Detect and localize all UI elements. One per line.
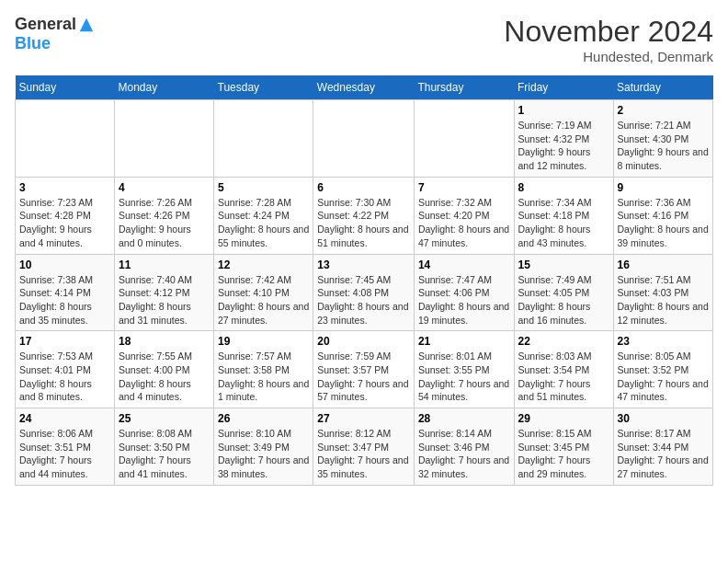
location-subtitle: Hundested, Denmark [504, 49, 713, 64]
day-number: 22 [518, 335, 609, 348]
calendar-cell-w3-d6: 15Sunrise: 7:49 AM Sunset: 4:05 PM Dayli… [514, 254, 613, 331]
calendar-cell-w1-d5 [414, 100, 514, 178]
calendar-cell-w4-d6: 22Sunrise: 8:03 AM Sunset: 3:54 PM Dayli… [514, 331, 613, 408]
header-saturday: Saturday [613, 75, 713, 100]
calendar-cell-w1-d7: 2Sunrise: 7:21 AM Sunset: 4:30 PM Daylig… [613, 100, 713, 178]
day-info: Sunrise: 7:59 AM Sunset: 3:57 PM Dayligh… [317, 350, 410, 404]
calendar-cell-w5-d6: 29Sunrise: 8:15 AM Sunset: 3:45 PM Dayli… [514, 408, 613, 486]
day-info: Sunrise: 7:49 AM Sunset: 4:05 PM Dayligh… [518, 273, 609, 327]
calendar-cell-w2-d5: 7Sunrise: 7:32 AM Sunset: 4:20 PM Daylig… [414, 177, 514, 254]
calendar-cell-w5-d4: 27Sunrise: 8:12 AM Sunset: 3:47 PM Dayli… [313, 408, 415, 486]
day-number: 30 [618, 412, 710, 425]
day-info: Sunrise: 8:08 AM Sunset: 3:50 PM Dayligh… [119, 427, 210, 481]
day-info: Sunrise: 7:28 AM Sunset: 4:24 PM Dayligh… [218, 196, 309, 250]
header-wednesday: Wednesday [313, 75, 415, 100]
calendar-table: Sunday Monday Tuesday Wednesday Thursday… [15, 75, 713, 486]
day-info: Sunrise: 8:06 AM Sunset: 3:51 PM Dayligh… [19, 427, 110, 481]
calendar-cell-w3-d5: 14Sunrise: 7:47 AM Sunset: 4:06 PM Dayli… [414, 254, 514, 331]
calendar-cell-w1-d6: 1Sunrise: 7:19 AM Sunset: 4:32 PM Daylig… [514, 100, 613, 178]
day-info: Sunrise: 7:32 AM Sunset: 4:20 PM Dayligh… [418, 196, 510, 250]
day-number: 23 [618, 335, 710, 348]
day-number: 17 [19, 335, 110, 348]
day-info: Sunrise: 7:30 AM Sunset: 4:22 PM Dayligh… [317, 196, 410, 250]
calendar-cell-w2-d1: 3Sunrise: 7:23 AM Sunset: 4:28 PM Daylig… [16, 177, 115, 254]
day-number: 29 [518, 412, 609, 425]
day-info: Sunrise: 8:12 AM Sunset: 3:47 PM Dayligh… [317, 427, 410, 481]
day-info: Sunrise: 7:47 AM Sunset: 4:06 PM Dayligh… [418, 273, 510, 327]
day-number: 10 [19, 259, 110, 271]
calendar-cell-w4-d4: 20Sunrise: 7:59 AM Sunset: 3:57 PM Dayli… [313, 331, 415, 408]
day-number: 27 [317, 412, 410, 425]
day-info: Sunrise: 7:53 AM Sunset: 4:01 PM Dayligh… [19, 350, 110, 404]
day-info: Sunrise: 7:45 AM Sunset: 4:08 PM Dayligh… [317, 273, 410, 327]
day-number: 7 [418, 181, 510, 194]
calendar-cell-w3-d3: 12Sunrise: 7:42 AM Sunset: 4:10 PM Dayli… [214, 254, 313, 331]
day-number: 15 [518, 259, 609, 271]
calendar-cell-w5-d1: 24Sunrise: 8:06 AM Sunset: 3:51 PM Dayli… [16, 408, 115, 486]
day-info: Sunrise: 8:17 AM Sunset: 3:44 PM Dayligh… [618, 427, 710, 481]
calendar-cell-w1-d4 [313, 100, 415, 178]
day-number: 13 [317, 259, 410, 271]
month-title: November 2024 [504, 15, 713, 49]
day-number: 21 [418, 335, 510, 348]
calendar-cell-w3-d1: 10Sunrise: 7:38 AM Sunset: 4:14 PM Dayli… [16, 254, 115, 331]
header-tuesday: Tuesday [214, 75, 313, 100]
calendar-cell-w1-d2 [114, 100, 213, 178]
calendar-cell-w3-d2: 11Sunrise: 7:40 AM Sunset: 4:12 PM Dayli… [114, 254, 213, 331]
day-number: 3 [19, 181, 110, 194]
day-number: 25 [119, 412, 210, 425]
day-number: 9 [618, 181, 710, 194]
header-thursday: Thursday [414, 75, 514, 100]
calendar-cell-w4-d1: 17Sunrise: 7:53 AM Sunset: 4:01 PM Dayli… [16, 331, 115, 408]
day-info: Sunrise: 7:42 AM Sunset: 4:10 PM Dayligh… [218, 273, 309, 327]
calendar-header-row: Sunday Monday Tuesday Wednesday Thursday… [16, 75, 713, 100]
day-info: Sunrise: 7:57 AM Sunset: 3:58 PM Dayligh… [218, 350, 309, 404]
header-friday: Friday [514, 75, 613, 100]
day-info: Sunrise: 8:03 AM Sunset: 3:54 PM Dayligh… [518, 350, 609, 404]
calendar-week-2: 3Sunrise: 7:23 AM Sunset: 4:28 PM Daylig… [16, 177, 713, 254]
logo-general-text: General [15, 15, 76, 34]
logo-icon [78, 17, 95, 33]
day-number: 24 [19, 412, 110, 425]
calendar-cell-w4-d2: 18Sunrise: 7:55 AM Sunset: 4:00 PM Dayli… [114, 331, 213, 408]
day-number: 26 [218, 412, 309, 425]
day-number: 5 [218, 181, 309, 194]
day-info: Sunrise: 8:01 AM Sunset: 3:55 PM Dayligh… [418, 350, 510, 404]
calendar-week-5: 24Sunrise: 8:06 AM Sunset: 3:51 PM Dayli… [16, 408, 713, 486]
day-number: 16 [618, 259, 710, 271]
day-number: 12 [218, 259, 309, 271]
calendar-cell-w3-d7: 16Sunrise: 7:51 AM Sunset: 4:03 PM Dayli… [613, 254, 713, 331]
day-info: Sunrise: 7:19 AM Sunset: 4:32 PM Dayligh… [518, 119, 609, 173]
calendar-cell-w1-d1 [16, 100, 115, 178]
day-info: Sunrise: 7:36 AM Sunset: 4:16 PM Dayligh… [618, 196, 710, 250]
calendar-cell-w2-d7: 9Sunrise: 7:36 AM Sunset: 4:16 PM Daylig… [613, 177, 713, 254]
title-area: November 2024 Hundested, Denmark [504, 15, 713, 64]
svg-marker-0 [80, 17, 93, 30]
day-info: Sunrise: 7:26 AM Sunset: 4:26 PM Dayligh… [119, 196, 210, 250]
day-info: Sunrise: 7:34 AM Sunset: 4:18 PM Dayligh… [518, 196, 609, 250]
page-header: General Blue November 2024 Hundested, De… [15, 15, 713, 64]
calendar-cell-w2-d3: 5Sunrise: 7:28 AM Sunset: 4:24 PM Daylig… [214, 177, 313, 254]
calendar-week-1: 1Sunrise: 7:19 AM Sunset: 4:32 PM Daylig… [16, 100, 713, 178]
day-number: 6 [317, 181, 410, 194]
day-number: 11 [119, 259, 210, 271]
day-info: Sunrise: 8:14 AM Sunset: 3:46 PM Dayligh… [418, 427, 510, 481]
header-monday: Monday [114, 75, 213, 100]
day-number: 1 [518, 104, 609, 117]
day-info: Sunrise: 7:21 AM Sunset: 4:30 PM Dayligh… [618, 119, 710, 173]
day-info: Sunrise: 8:05 AM Sunset: 3:52 PM Dayligh… [618, 350, 710, 404]
calendar-cell-w2-d4: 6Sunrise: 7:30 AM Sunset: 4:22 PM Daylig… [313, 177, 415, 254]
calendar-cell-w5-d5: 28Sunrise: 8:14 AM Sunset: 3:46 PM Dayli… [414, 408, 514, 486]
calendar-cell-w2-d6: 8Sunrise: 7:34 AM Sunset: 4:18 PM Daylig… [514, 177, 613, 254]
calendar-cell-w5-d3: 26Sunrise: 8:10 AM Sunset: 3:49 PM Dayli… [214, 408, 313, 486]
day-info: Sunrise: 8:15 AM Sunset: 3:45 PM Dayligh… [518, 427, 609, 481]
day-info: Sunrise: 7:38 AM Sunset: 4:14 PM Dayligh… [19, 273, 110, 327]
day-number: 20 [317, 335, 410, 348]
calendar-cell-w3-d4: 13Sunrise: 7:45 AM Sunset: 4:08 PM Dayli… [313, 254, 415, 331]
header-sunday: Sunday [16, 75, 115, 100]
calendar-cell-w2-d2: 4Sunrise: 7:26 AM Sunset: 4:26 PM Daylig… [114, 177, 213, 254]
day-info: Sunrise: 8:10 AM Sunset: 3:49 PM Dayligh… [218, 427, 309, 481]
day-number: 4 [119, 181, 210, 194]
calendar-cell-w5-d7: 30Sunrise: 8:17 AM Sunset: 3:44 PM Dayli… [613, 408, 713, 486]
day-number: 18 [119, 335, 210, 348]
